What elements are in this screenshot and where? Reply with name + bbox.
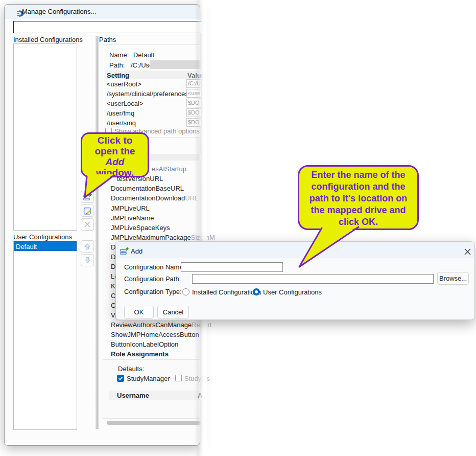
callout-enter-name: Enter the name of theconfiguration and t… — [298, 165, 419, 230]
configuration-name-input[interactable] — [181, 262, 283, 272]
window-crop-fade — [194, 0, 207, 456]
callout-line: Add — [82, 156, 148, 167]
manage-configurations-window: Manage Configurations... Installed Confi… — [4, 4, 200, 446]
installed-configurations-radio-label: Installed Configurations — [192, 288, 261, 296]
callout-line: open the — [82, 146, 148, 156]
settings-row[interactable]: D — [111, 243, 115, 251]
name-label: Name: — [109, 51, 129, 59]
add-dialog-titlebar[interactable] — [116, 242, 474, 258]
callout-line: window. — [82, 167, 148, 178]
callout-line: Click to — [82, 135, 148, 146]
installed-configurations-radio[interactable] — [182, 288, 189, 295]
configuration-path-input[interactable] — [192, 274, 434, 284]
settings-row[interactable]: D — [111, 263, 115, 270]
browse-button[interactable]: Browse... — [437, 272, 469, 285]
configuration-path-label: Configuration Path: — [124, 275, 181, 283]
callout-enter-text: Enter the name of theconfiguration and t… — [299, 169, 417, 228]
down-arrow-icon — [83, 256, 91, 264]
path-label: Path: — [109, 61, 125, 69]
study-manager-checkbox[interactable] — [117, 375, 124, 382]
browse-button-label: Browse... — [439, 275, 467, 282]
defaults-label: Defaults: — [118, 365, 144, 373]
cancel-button[interactable]: Cancel — [157, 306, 189, 318]
check-icon — [118, 376, 123, 381]
edit-icon — [83, 207, 92, 215]
user-configurations-label: User Configurations — [13, 233, 72, 241]
move-up-button[interactable] — [81, 240, 94, 253]
callout-add-window: Click toopen theAddwindow. — [81, 132, 149, 177]
up-arrow-icon — [83, 242, 91, 250]
window-title: Manage Configurations... — [22, 8, 96, 15]
user-configurations-radio-label: User Configurations — [263, 288, 322, 296]
settings-row[interactable]: D — [111, 253, 115, 261]
settings-row[interactable]: DocumentationBaseURL — [111, 185, 184, 192]
study-manager-label: StudyManager — [127, 375, 170, 382]
setting-name: <userLocal> — [107, 100, 144, 107]
settings-row[interactable]: esAtStartup — [152, 165, 186, 173]
callout-line: path to it's location on — [299, 193, 417, 204]
list-item-default[interactable]: Default — [14, 241, 77, 251]
settings-row[interactable]: ShowJMPHomeAccessButton — [111, 331, 199, 338]
role-assignments-groupbox — [103, 359, 201, 419]
settings-row[interactable]: JMPLiveName — [111, 214, 154, 222]
settings-row[interactable]: ButtonIconLabelOption — [111, 340, 178, 348]
settings-row[interactable]: Role Assignments — [111, 350, 169, 358]
user-configurations-list[interactable]: Default — [13, 241, 77, 430]
panel-divider[interactable] — [96, 36, 99, 429]
edit-configuration-button[interactable] — [81, 204, 94, 217]
callout-line: click OK. — [299, 216, 417, 228]
delete-configuration-button[interactable] — [81, 218, 94, 231]
settings-row[interactable]: JMPLiveURL — [111, 204, 150, 212]
configuration-type-label: Configuration Type: — [124, 288, 182, 295]
close-button[interactable] — [462, 246, 472, 257]
delete-icon — [83, 220, 91, 229]
redacted-path-block — [150, 60, 201, 69]
horizontal-scrollbar[interactable] — [107, 421, 201, 425]
ok-button[interactable]: OK — [124, 306, 154, 318]
add-dialog: Add Configuration Name: Configuration Pa… — [115, 241, 475, 320]
configuration-name-label: Configuration Name: — [124, 263, 185, 271]
add-icon — [120, 247, 129, 256]
settings-row[interactable]: DocumentationDownloadURL — [111, 194, 198, 202]
username-column-header: Username — [117, 392, 149, 399]
setting-name: /user/smq — [107, 119, 136, 127]
paths-section-label: Paths — [99, 36, 116, 43]
cancel-button-label: Cancel — [163, 308, 183, 316]
setting-name: <userRoot> — [107, 80, 141, 88]
installed-configurations-label: Installed Configurations — [13, 36, 83, 43]
settings-row[interactable]: JMPLiveSpaceKeys — [111, 224, 170, 232]
config-name-row: Name: Default — [109, 51, 154, 59]
setting-column-header: Setting — [107, 72, 129, 79]
callout-line: Enter the name of the — [299, 169, 417, 181]
user-configurations-radio[interactable] — [253, 288, 260, 295]
name-value: Default — [133, 51, 154, 59]
setting-name: /system/clinical/preferences — [107, 90, 188, 98]
filter-input[interactable] — [13, 21, 202, 33]
callout-line: configuration and the — [299, 181, 417, 193]
ok-button-label: OK — [134, 308, 144, 316]
move-down-button[interactable] — [81, 254, 94, 266]
add-icon — [83, 193, 92, 201]
screenshot-canvas: Manage Configurations... Installed Confi… — [0, 0, 476, 456]
close-icon — [464, 248, 471, 255]
add-configuration-button[interactable] — [81, 191, 94, 203]
callout-line: the mapped drive and — [299, 204, 417, 216]
study-list-checkbox[interactable] — [175, 375, 182, 381]
callout-add-text: Click toopen theAddwindow. — [82, 135, 148, 178]
add-dialog-title: Add — [131, 247, 142, 255]
installed-configurations-list[interactable] — [13, 43, 77, 231]
setting-name: /user/fmq — [107, 109, 134, 117]
